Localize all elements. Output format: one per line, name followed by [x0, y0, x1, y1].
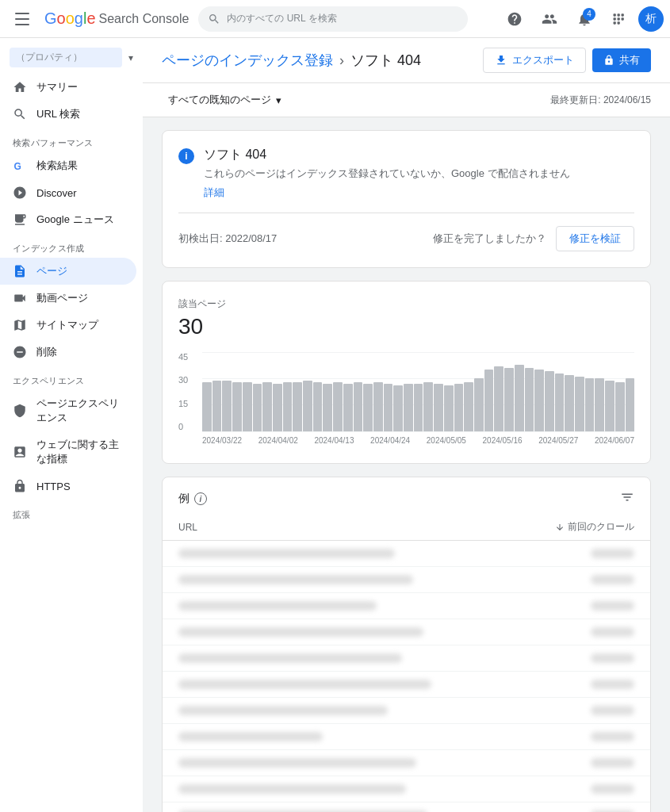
- table-row[interactable]: [163, 593, 650, 619]
- table-row[interactable]: [163, 698, 650, 724]
- issue-info: ソフト 404 これらのページはインデックス登録されていないか、Google で…: [204, 147, 570, 200]
- url-cell: [178, 549, 539, 558]
- url-cell: [178, 575, 539, 584]
- sidebar-label-removal: 削除: [36, 345, 57, 359]
- url-cell: [178, 653, 539, 663]
- table-info-icon[interactable]: i: [194, 492, 207, 505]
- page-filter-selector[interactable]: すべての既知のページ ▾: [162, 90, 288, 110]
- url-cell: [178, 784, 539, 794]
- issue-title: ソフト 404: [204, 147, 570, 163]
- sidebar-label-https: HTTPS: [36, 481, 71, 492]
- chart-bar: [262, 382, 272, 431]
- search-icon: [208, 13, 220, 25]
- crawl-cell: [539, 653, 634, 663]
- chart-bar: [232, 382, 242, 431]
- people-button[interactable]: [534, 3, 565, 35]
- removal-icon: [13, 345, 27, 359]
- x-label-2: 2024/04/02: [258, 436, 298, 445]
- property-selector[interactable]: （プロパティ） ▾: [0, 38, 143, 74]
- notification-button[interactable]: 4: [569, 3, 600, 35]
- chart-bar: [464, 382, 473, 431]
- search-placeholder: 内のすべての URL を検索: [227, 12, 336, 25]
- sidebar-item-discover[interactable]: Discover: [0, 179, 136, 206]
- discover-icon: [13, 186, 27, 200]
- sidebar-item-https[interactable]: HTTPS: [0, 473, 136, 500]
- table-filter-icon[interactable]: [620, 490, 634, 508]
- x-label-3: 2024/04/13: [314, 436, 354, 445]
- crawl-cell: [539, 627, 634, 637]
- chart-bar: [293, 382, 302, 431]
- y-label-0: 0: [178, 422, 198, 431]
- sidebar-item-url-inspection[interactable]: URL 検索: [0, 101, 136, 128]
- header-actions: 4 析: [499, 3, 664, 35]
- crawl-cell: [539, 758, 634, 768]
- table-rows-container: [163, 541, 650, 812]
- chart-bars-area: [202, 352, 634, 431]
- crawl-cell: [539, 680, 634, 689]
- details-link[interactable]: 詳細: [204, 186, 224, 200]
- pages-icon: [13, 264, 27, 278]
- chart-bar: [534, 370, 544, 431]
- sidebar-item-pages[interactable]: ページ: [0, 258, 136, 285]
- issue-description: これらのページはインデックス登録されていないか、Google で配信されません: [204, 167, 570, 181]
- table-row[interactable]: [163, 776, 650, 802]
- sidebar-item-search-results[interactable]: G 検索結果: [0, 152, 136, 179]
- table-row[interactable]: [163, 567, 650, 593]
- url-value-blurred: [178, 706, 388, 715]
- content-area: i ソフト 404 これらのページはインデックス登録されていないか、Google…: [143, 117, 670, 812]
- table-row[interactable]: [163, 619, 650, 645]
- sidebar-label-discover: Discover: [36, 187, 77, 199]
- help-button[interactable]: [499, 3, 530, 35]
- validate-fix-button[interactable]: 修正を検証: [556, 226, 634, 251]
- notification-count: 4: [583, 8, 595, 21]
- chart-bar: [474, 378, 484, 431]
- menu-button[interactable]: [6, 3, 38, 35]
- url-value-blurred: [178, 549, 395, 558]
- avatar[interactable]: 析: [638, 6, 664, 32]
- x-label-5: 2024/05/05: [427, 436, 466, 445]
- sidebar-label-url-inspection: URL 検索: [36, 107, 80, 121]
- table-row[interactable]: [163, 802, 650, 812]
- table-row[interactable]: [163, 750, 650, 776]
- first-detected: 初検出日: 2022/08/17: [178, 232, 277, 246]
- chart-bar: [423, 382, 433, 431]
- sidebar-item-page-experience[interactable]: ページエクスペリエンス: [0, 390, 136, 431]
- property-dropdown-icon: ▾: [128, 52, 133, 63]
- sidebar-item-summary[interactable]: サマリー: [0, 74, 136, 101]
- x-label-1: 2024/03/22: [202, 436, 242, 445]
- search-box[interactable]: 内のすべての URL を検索: [198, 6, 468, 32]
- app-logo: Google Search Console: [44, 10, 189, 28]
- page-actions: エクスポート 共有: [483, 48, 651, 73]
- chart-bar: [585, 378, 595, 431]
- chart-bar: [313, 382, 323, 431]
- table-row[interactable]: [163, 724, 650, 750]
- url-cell: [178, 601, 539, 611]
- table-row[interactable]: [163, 672, 650, 698]
- sidebar-label-video-pages: 動画ページ: [36, 291, 88, 305]
- url-value-blurred: [178, 680, 431, 689]
- col-header-crawl[interactable]: 前回のクロール: [539, 520, 634, 534]
- table-row[interactable]: [163, 645, 650, 672]
- chart-bar: [393, 385, 403, 431]
- breadcrumb-parent[interactable]: ページのインデックス登録: [162, 51, 333, 70]
- https-icon: [13, 479, 27, 493]
- chart-bar: [253, 384, 262, 431]
- sidebar-item-google-news[interactable]: Google ニュース: [0, 206, 136, 233]
- crawl-cell: [539, 784, 634, 794]
- home-icon: [13, 80, 27, 94]
- sidebar-item-web-vitals[interactable]: ウェブに関する主な指標: [0, 431, 136, 473]
- sidebar-item-video-pages[interactable]: 動画ページ: [0, 285, 136, 312]
- share-button[interactable]: 共有: [592, 48, 651, 72]
- url-value-blurred: [178, 653, 402, 663]
- sidebar-item-sitemap[interactable]: サイトマップ: [0, 312, 136, 339]
- sidebar-section-enhancements: 拡張: [0, 500, 143, 524]
- table-row[interactable]: [163, 541, 650, 567]
- sidebar-item-removal[interactable]: 削除: [0, 339, 136, 366]
- y-label-15: 15: [178, 399, 198, 408]
- export-button[interactable]: エクスポート: [483, 48, 586, 73]
- sidebar-label-sitemap: サイトマップ: [36, 318, 98, 332]
- chart-bar: [373, 382, 383, 431]
- apps-button[interactable]: [603, 3, 635, 35]
- url-value-blurred: [178, 627, 423, 637]
- lock-icon: [603, 55, 614, 66]
